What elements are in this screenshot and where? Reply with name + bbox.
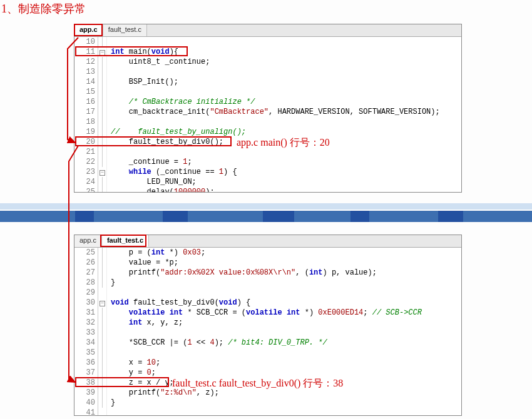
code-text[interactable] xyxy=(107,117,111,127)
code-text[interactable]: _continue = 1; xyxy=(107,157,192,167)
code-line[interactable]: 31 volatile int * SCB_CCR = (volatile in… xyxy=(74,308,461,318)
code-line[interactable]: 37 y = 0; xyxy=(74,368,461,378)
fold-gutter[interactable] xyxy=(98,77,107,87)
fold-gutter[interactable] xyxy=(98,318,107,328)
code-line[interactable]: 28} xyxy=(74,278,461,288)
code-text[interactable]: x = 10; xyxy=(107,358,160,368)
code-line[interactable]: 27 printf("addr:0x%02X value:0x%08X\r\n"… xyxy=(74,268,461,278)
code-text[interactable]: *SCB_CCR |= (1 << 4); /* bit4: DIV_0_TRP… xyxy=(107,338,327,348)
fold-gutter[interactable] xyxy=(98,378,107,388)
code-line[interactable]: 26 value = *p; xyxy=(74,258,461,268)
code-text[interactable] xyxy=(107,147,111,157)
code-line[interactable]: 25 p = (int *) 0x03; xyxy=(74,248,461,258)
fold-gutter[interactable] xyxy=(98,117,107,127)
code-text[interactable]: /* CmBacktrace initialize */ xyxy=(107,97,255,107)
fold-gutter[interactable] xyxy=(98,67,107,77)
code-line[interactable]: 24 LED_RUN_ON; xyxy=(74,177,461,187)
fold-gutter[interactable] xyxy=(98,268,107,278)
fold-gutter[interactable] xyxy=(98,147,107,157)
code-text[interactable]: value = *p; xyxy=(107,258,178,268)
code-text[interactable]: void fault_test_by_div0(void) { xyxy=(107,298,250,308)
fold-gutter[interactable] xyxy=(98,187,107,192)
fold-gutter[interactable] xyxy=(98,288,107,298)
code-line[interactable]: 22 _continue = 1; xyxy=(74,157,461,167)
code-text[interactable]: } xyxy=(107,398,115,408)
code-text[interactable]: } xyxy=(107,278,115,288)
code-line[interactable]: 14 BSP_Init(); xyxy=(74,77,461,87)
code-line[interactable]: 34 *SCB_CCR |= (1 << 4); /* bit4: DIV_0_… xyxy=(74,338,461,348)
fold-minus-icon[interactable]: − xyxy=(100,301,105,306)
tab-app-c[interactable]: app.c xyxy=(74,24,103,36)
code-line[interactable]: 18 xyxy=(74,117,461,127)
code-text[interactable]: cm_backtrace_init("CmBacktrace", HARDWAR… xyxy=(107,107,440,117)
code-line[interactable]: 33 xyxy=(74,328,461,338)
code-text[interactable]: volatile int * SCB_CCR = (volatile int *… xyxy=(107,308,422,318)
code-line[interactable]: 10 xyxy=(74,37,461,47)
code-line[interactable]: 15 xyxy=(74,87,461,97)
code-line[interactable]: 12 uint8_t _continue; xyxy=(74,57,461,67)
fold-gutter[interactable] xyxy=(98,97,107,107)
fold-gutter[interactable] xyxy=(98,258,107,268)
fold-gutter[interactable] xyxy=(98,278,107,288)
code-text[interactable]: printf("addr:0x%02X value:0x%08X\r\n", (… xyxy=(107,268,377,278)
code-text[interactable]: delay(1000000); xyxy=(107,187,215,192)
fold-gutter[interactable] xyxy=(98,348,107,358)
code-text[interactable] xyxy=(107,328,111,338)
code-text[interactable]: z = x / y; xyxy=(107,378,174,388)
fold-gutter[interactable] xyxy=(98,398,107,408)
code-text[interactable] xyxy=(107,67,111,77)
fold-gutter[interactable] xyxy=(98,107,107,117)
fold-gutter[interactable] xyxy=(98,87,107,97)
code-text[interactable] xyxy=(107,288,111,298)
fold-gutter[interactable] xyxy=(98,358,107,368)
tab-app-c[interactable]: app.c xyxy=(74,235,102,247)
fold-gutter[interactable] xyxy=(98,137,107,147)
code-line[interactable]: 32 int x, y, z; xyxy=(74,318,461,328)
code-text[interactable] xyxy=(107,37,111,47)
code-line[interactable]: 30−void fault_test_by_div0(void) { xyxy=(74,298,461,308)
code-line[interactable]: 40} xyxy=(74,398,461,408)
code-line[interactable]: 13 xyxy=(74,67,461,77)
code-line[interactable]: 41 xyxy=(74,408,461,415)
code-text[interactable]: p = (int *) 0x03; xyxy=(107,248,205,258)
code-text[interactable]: fault_test_by_div0(); xyxy=(107,137,223,147)
fold-gutter[interactable] xyxy=(98,248,107,258)
fold-gutter[interactable]: − xyxy=(98,47,107,57)
fold-gutter[interactable] xyxy=(98,308,107,318)
tab-fault_test-c[interactable]: fault_test.c xyxy=(103,24,147,36)
code-text[interactable] xyxy=(107,87,111,97)
code-text[interactable]: y = 0; xyxy=(107,368,156,378)
code-text[interactable]: // fault_test_by_unalign(); xyxy=(107,127,246,137)
code-text[interactable] xyxy=(107,348,111,358)
fold-gutter[interactable] xyxy=(98,177,107,187)
fold-minus-icon[interactable]: − xyxy=(100,50,105,56)
code-text[interactable]: uint8_t _continue; xyxy=(107,57,210,67)
code-line[interactable]: 17 cm_backtrace_init("CmBacktrace", HARD… xyxy=(74,107,461,117)
fold-gutter[interactable]: − xyxy=(98,298,107,308)
code-text[interactable]: int main(void){ xyxy=(107,47,178,57)
code-line[interactable]: 35 xyxy=(74,348,461,358)
code-line[interactable]: 23− while (_continue == 1) { xyxy=(74,167,461,177)
fold-gutter[interactable]: − xyxy=(98,167,107,177)
fold-gutter[interactable] xyxy=(98,338,107,348)
code-line[interactable]: 29 xyxy=(74,288,461,298)
fold-gutter[interactable] xyxy=(98,127,107,137)
code-line[interactable]: 36 x = 10; xyxy=(74,358,461,368)
fold-minus-icon[interactable]: − xyxy=(100,170,105,176)
fold-gutter[interactable] xyxy=(98,388,107,398)
code-text[interactable]: while (_continue == 1) { xyxy=(107,167,237,177)
fold-gutter[interactable] xyxy=(98,408,107,415)
code-line[interactable]: 16 /* CmBacktrace initialize */ xyxy=(74,97,461,107)
fold-gutter[interactable] xyxy=(98,368,107,378)
code-text[interactable]: LED_RUN_ON; xyxy=(107,177,197,187)
code-area-top[interactable]: 1011−int main(void){12 uint8_t _continue… xyxy=(74,37,461,192)
fold-gutter[interactable] xyxy=(98,37,107,47)
fold-gutter[interactable] xyxy=(98,328,107,338)
code-line[interactable]: 25 delay(1000000); xyxy=(74,187,461,192)
code-text[interactable] xyxy=(107,408,111,415)
fold-gutter[interactable] xyxy=(98,157,107,167)
tab-fault_test-c[interactable]: fault_test.c xyxy=(102,235,149,247)
code-line[interactable]: 19// fault_test_by_unalign(); xyxy=(74,127,461,137)
code-line[interactable]: 11−int main(void){ xyxy=(74,47,461,57)
code-text[interactable]: BSP_Init(); xyxy=(107,77,178,87)
